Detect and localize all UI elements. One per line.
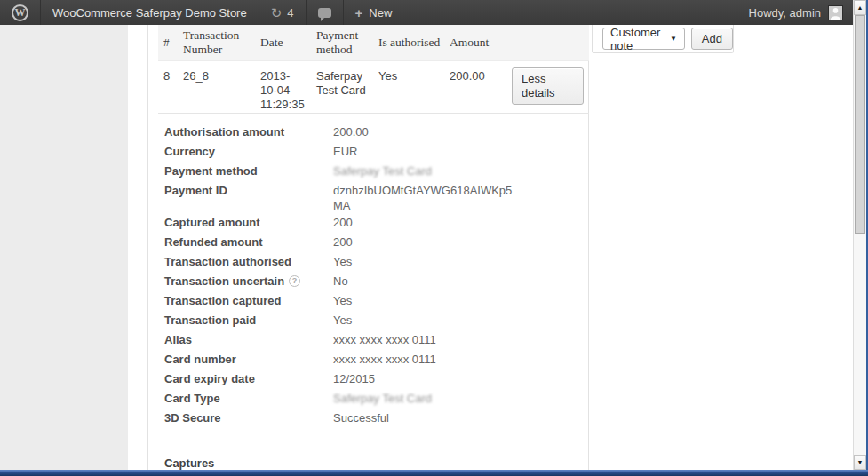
- detail-label: Transaction authorised: [164, 252, 333, 269]
- help-icon[interactable]: ?: [289, 275, 300, 287]
- cell-transaction-number: 26_8: [183, 69, 260, 83]
- detail-value: Yes: [333, 311, 539, 328]
- window-frame-bottom: [0, 470, 868, 476]
- detail-label: Transaction uncertain ?: [164, 272, 333, 289]
- howdy-text: Howdy, admin: [749, 6, 821, 20]
- detail-row-card-expiry: Card expiry date 12/2015: [158, 369, 589, 389]
- scroll-up-button[interactable]: ▲: [854, 0, 866, 15]
- detail-row-captured-amount: Captured amount 200: [158, 213, 589, 233]
- updates-count: 4: [287, 6, 293, 20]
- detail-label-text: Transaction uncertain: [164, 274, 284, 289]
- detail-row-payment-id: Payment ID dznhzIbUOMtGtAYWG618AIWKp5 MA: [158, 181, 589, 213]
- page-side-background: [0, 25, 128, 470]
- wp-logo-menu[interactable]: W: [0, 0, 40, 25]
- detail-value: xxxx xxxx xxxx 0111: [333, 330, 539, 347]
- comments-bubble-icon: [318, 8, 331, 18]
- detail-row-authorisation-amount: Authorisation amount 200.00: [158, 123, 589, 142]
- site-title: WooCommerce Saferpay Demo Store: [52, 6, 247, 20]
- detail-label: Transaction captured: [164, 291, 333, 308]
- less-details-button[interactable]: Less details: [512, 67, 584, 105]
- detail-label: Alias: [164, 330, 333, 347]
- new-label: New: [369, 6, 392, 20]
- detail-value-redacted: Saferpay Test Card: [333, 389, 539, 406]
- scrollbar-thumb[interactable]: [855, 15, 865, 234]
- detail-value: No: [333, 272, 539, 289]
- detail-value-redacted: Saferpay Test Card: [333, 162, 539, 178]
- detail-value: 200: [333, 233, 539, 250]
- detail-label: Card expiry date: [164, 369, 333, 386]
- detail-row-transaction-authorised: Transaction authorised Yes: [158, 252, 589, 272]
- add-note-button[interactable]: Add: [691, 28, 733, 50]
- detail-row-transaction-uncertain: Transaction uncertain ? No: [158, 272, 589, 291]
- detail-label: Captured amount: [164, 213, 333, 230]
- wordpress-logo-icon: W: [12, 4, 28, 21]
- detail-value: 12/2015: [333, 369, 539, 386]
- detail-label: Payment method: [164, 162, 333, 178]
- note-type-selected-value: Customer note: [610, 26, 661, 52]
- user-avatar: [828, 5, 843, 20]
- detail-row-transaction-captured: Transaction captured Yes: [158, 291, 589, 311]
- detail-label: Payment ID: [164, 181, 333, 198]
- captures-heading: Captures: [164, 456, 589, 470]
- detail-row-currency: Currency EUR: [158, 142, 589, 162]
- cell-date: 2013-10-04 11:29:35: [260, 69, 316, 112]
- detail-row-payment-method: Payment method Saferpay Test Card: [158, 162, 589, 181]
- site-title-link[interactable]: WooCommerce Saferpay Demo Store: [40, 0, 259, 25]
- cell-is-authorised: Yes: [378, 69, 450, 83]
- vertical-scrollbar[interactable]: ▲ ▼: [853, 0, 866, 470]
- detail-value: 200: [333, 213, 539, 230]
- account-menu[interactable]: Howdy, admin: [749, 0, 853, 25]
- chevron-down-icon: ▼: [670, 36, 677, 43]
- detail-value: Successful: [333, 409, 539, 425]
- new-content-menu[interactable]: + New: [343, 0, 404, 25]
- detail-value: dznhzIbUOMtGtAYWG618AIWKp5 MA: [333, 181, 539, 213]
- scroll-down-button[interactable]: ▼: [854, 455, 866, 470]
- cell-number: 8: [163, 69, 183, 83]
- saferpay-transactions-panel: # Transaction Number Date Payment method…: [147, 25, 589, 470]
- plus-icon: +: [355, 6, 363, 20]
- detail-label: Currency: [164, 142, 333, 159]
- detail-value: 200.00: [333, 123, 539, 139]
- detail-value: Yes: [333, 291, 539, 308]
- section-divider: [158, 448, 584, 448]
- header-transaction-number: Transaction Number: [183, 28, 260, 57]
- header-amount: Amount: [450, 36, 512, 50]
- transaction-table-row: 8 26_8 2013-10-04 11:29:35 Saferpay Test…: [158, 62, 589, 114]
- detail-label: Card number: [164, 350, 333, 367]
- updates-refresh-icon: ↻: [271, 6, 283, 20]
- detail-row-transaction-paid: Transaction paid Yes: [158, 311, 589, 330]
- comments-link[interactable]: [306, 0, 343, 25]
- cell-amount: 200.00: [450, 69, 512, 83]
- note-type-select[interactable]: Customer note ▼: [602, 28, 685, 50]
- detail-row-alias: Alias xxxx xxxx xxxx 0111: [158, 330, 589, 350]
- detail-value: EUR: [333, 142, 539, 159]
- detail-row-3d-secure: 3D Secure Successful: [158, 409, 589, 428]
- updates-link[interactable]: ↻ 4: [259, 0, 306, 25]
- wp-admin-bar: W WooCommerce Saferpay Demo Store ↻ 4 + …: [0, 0, 853, 25]
- header-date: Date: [260, 36, 316, 50]
- detail-label: Card Type: [164, 389, 333, 406]
- header-is-authorised: Is authorised: [378, 36, 450, 50]
- cell-payment-method: Saferpay Test Card: [316, 69, 378, 98]
- detail-value: xxxx xxxx xxxx 0111: [333, 350, 539, 367]
- detail-label: 3D Secure: [164, 409, 333, 425]
- header-payment-method: Payment method: [316, 28, 378, 57]
- detail-value: Yes: [333, 252, 539, 269]
- transaction-details-list: Authorisation amount 200.00 Currency EUR…: [158, 123, 589, 470]
- detail-row-card-number: Card number xxxx xxxx xxxx 0111: [158, 350, 589, 369]
- browser-viewport: W WooCommerce Saferpay Demo Store ↻ 4 + …: [0, 0, 868, 476]
- payment-id-line1: dznhzIbUOMtGtAYWG618AIWKp5: [333, 183, 539, 198]
- detail-row-card-type: Card Type Saferpay Test Card: [158, 389, 589, 409]
- detail-label: Authorisation amount: [164, 123, 333, 139]
- payment-id-line2: MA: [333, 198, 539, 213]
- detail-label: Transaction paid: [164, 311, 333, 328]
- detail-row-refunded-amount: Refunded amount 200: [158, 233, 589, 252]
- header-number-sign: #: [163, 36, 183, 50]
- person-icon: [829, 6, 842, 20]
- detail-label: Refunded amount: [164, 233, 333, 250]
- transactions-table-header: # Transaction Number Date Payment method…: [158, 25, 589, 61]
- order-notes-add-box: Customer note ▼ Add: [592, 25, 734, 53]
